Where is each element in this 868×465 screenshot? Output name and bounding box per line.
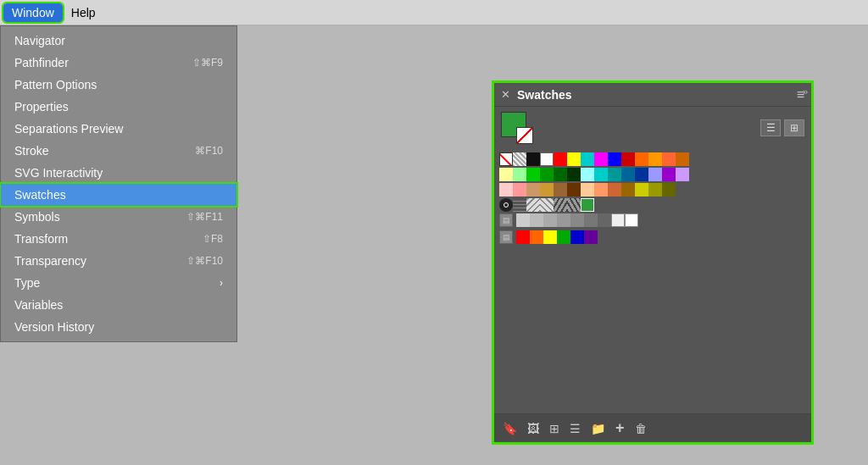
swatch-dkr-olive[interactable] [662,183,676,197]
swatch-med-teal[interactable] [608,168,621,181]
swatch-dark-red[interactable] [621,152,635,166]
delete-swatch-icon[interactable]: 🗑 [633,420,648,437]
pattern-swatch-3[interactable] [526,198,540,212]
swatch-vivid-blue[interactable] [570,230,584,244]
panel-footer: 🔖 🖼 ⊞ ☰ 📁 + 🗑 [494,413,811,442]
libraries-icon[interactable]: 🔖 [501,420,519,437]
swatch-purple[interactable] [662,168,676,181]
swatch-med-blue[interactable] [635,168,648,181]
swatch-pink[interactable] [513,183,526,197]
swatch-lt-yellow[interactable] [499,168,513,181]
menu-item-navigator[interactable]: Navigator [1,30,236,52]
swatch-yellow-1[interactable] [567,152,581,166]
swatch-folder-icon[interactable]: 📁 [589,420,607,437]
swatch-selected-green[interactable] [581,198,594,212]
panel-close-button[interactable]: ✕ [501,88,510,101]
swatch-lt-pink[interactable] [499,183,513,197]
swatch-orange-2[interactable] [648,152,662,166]
menu-item-transparency[interactable]: Transparency ⇧⌘F10 [1,250,236,272]
swatch-salmon[interactable] [594,183,608,197]
menu-item-version-history[interactable]: Version History [1,316,236,338]
swatch-med-green[interactable] [540,168,554,181]
menu-item-symbols[interactable]: Symbols ⇧⌘F11 [1,206,236,228]
place-swatch-icon[interactable]: 🖼 [526,420,541,437]
swatch-orange-1[interactable] [635,152,648,166]
color-preview[interactable] [501,112,533,144]
view-icons: ☰ ⊞ [760,119,804,136]
pattern-swatch-1[interactable] [513,152,526,166]
swatch-gray-8[interactable] [611,213,625,227]
menu-item-transform[interactable]: Transform ⇧F8 [1,228,236,250]
swatch-folder-1[interactable]: ▤ [499,213,513,227]
swatch-dk-teal[interactable] [621,168,635,181]
new-swatch-icon[interactable]: + [614,418,626,439]
menu-item-stroke[interactable]: Stroke ⌘F10 [1,140,236,162]
swatch-dkr-green[interactable] [567,168,581,181]
menu-item-variables[interactable]: Variables [1,294,236,316]
swatch-green[interactable] [526,168,540,181]
grid-view-button[interactable]: ⊞ [784,119,804,136]
swatch-blue-1[interactable] [608,152,621,166]
swatch-white-2[interactable] [625,213,638,227]
swatch-row-6: ▤ [499,230,806,244]
swatch-gray-1[interactable] [516,213,530,227]
panel-titlebar: ✕ Swatches ≡ » [494,83,811,107]
menubar-window[interactable]: Window [3,3,63,22]
swatch-gray-3[interactable] [543,213,557,227]
swatch-dk-olive[interactable] [648,183,662,197]
swatch-vivid-green[interactable] [557,230,570,244]
swatch-cyan-1[interactable] [581,152,594,166]
menu-item-separations-preview[interactable]: Separations Preview [1,118,236,140]
pattern-swatch-6[interactable] [567,198,581,212]
swatch-peach[interactable] [581,183,594,197]
pattern-swatch-5[interactable] [554,198,567,212]
swatch-row-1 [499,152,806,166]
panel-collapse-button[interactable]: » [803,86,808,97]
swatch-lt-brown[interactable] [526,183,540,197]
swatch-dark-orange[interactable] [676,152,689,166]
swatch-dk-green[interactable] [554,168,567,181]
swatch-brown[interactable] [554,183,567,197]
swatch-burnt-orange[interactable] [608,183,621,197]
menu-item-swatches[interactable]: Swatches [1,184,236,206]
swatch-tan[interactable] [540,183,554,197]
swatch-grid: ▤ ▤ [494,149,811,413]
pattern-swatch-4[interactable] [540,198,554,212]
pattern-swatch-2[interactable] [513,198,526,212]
swatch-red-1[interactable] [554,152,567,166]
swatch-dk-brown[interactable] [567,183,581,197]
swatch-lt-green[interactable] [513,168,526,181]
swatch-vivid-red[interactable] [516,230,530,244]
swatch-list-icon[interactable]: ☰ [568,420,582,437]
swatch-white[interactable] [540,152,554,166]
swatch-lt-purple[interactable] [648,168,662,181]
swatch-teal[interactable] [594,168,608,181]
swatch-black[interactable] [526,152,540,166]
menu-item-svg-interactivity[interactable]: SVG Interactivity [1,162,236,184]
menu-item-properties[interactable]: Properties [1,96,236,118]
swatch-gold[interactable] [621,183,635,197]
swatch-options-icon[interactable]: ⊞ [548,420,561,437]
menu-item-pathfinder[interactable]: Pathfinder ⇧⌘F9 [1,52,236,74]
none-swatch[interactable] [499,152,513,166]
menu-item-type[interactable]: Type › [1,272,236,294]
swatch-gray-7[interactable] [598,213,611,227]
swatch-vivid-yellow[interactable] [543,230,557,244]
swatch-gray-5[interactable] [570,213,584,227]
swatch-folder-2[interactable]: ▤ [499,230,513,244]
swatch-vivid-purple[interactable] [584,230,598,244]
window-menu: Navigator Pathfinder ⇧⌘F9 Pattern Option… [0,25,237,342]
swatch-vivid-orange[interactable] [530,230,543,244]
menu-item-pattern-options[interactable]: Pattern Options [1,74,236,96]
swatch-lt-lavender[interactable] [676,168,689,181]
swatch-orange-3[interactable] [662,152,676,166]
swatch-registration[interactable] [499,198,513,212]
swatch-gray-6[interactable] [584,213,598,227]
swatch-olive[interactable] [635,183,648,197]
swatch-lt-teal[interactable] [581,168,594,181]
menubar-help[interactable]: Help [63,3,104,22]
swatch-gray-4[interactable] [557,213,570,227]
list-view-button[interactable]: ☰ [760,119,781,136]
swatch-magenta-1[interactable] [594,152,608,166]
swatch-gray-2[interactable] [530,213,543,227]
